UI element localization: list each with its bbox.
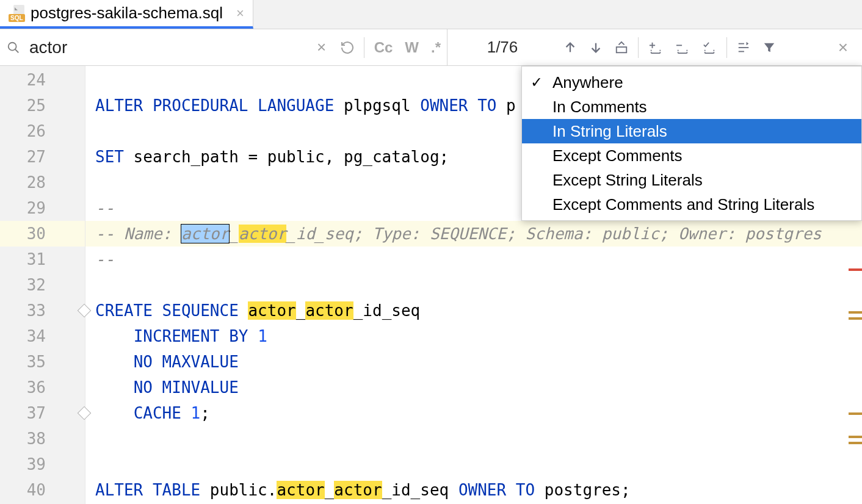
code-line: ALTER TABLE public.actor_actor_id_seq OW…: [85, 477, 862, 503]
filter-dropdown: ✓ Anywhere In Comments In String Literal…: [521, 66, 862, 221]
stripe-mark[interactable]: [849, 317, 862, 320]
filter-option-in-comments[interactable]: In Comments: [522, 95, 861, 119]
dropdown-item-label: Anywhere: [552, 73, 623, 92]
tab-title: postgres-sakila-schema.sql: [31, 4, 223, 23]
dropdown-item-label: Except Comments: [552, 146, 682, 165]
add-selection-icon[interactable]: [642, 41, 669, 54]
filter-option-except-string-literals[interactable]: Except String Literals: [522, 168, 861, 192]
line-number: 32: [0, 272, 85, 298]
search-scope-icon[interactable]: [731, 41, 756, 54]
search-actions: 1/76 ×: [447, 29, 862, 65]
clear-search-icon[interactable]: ×: [309, 29, 335, 65]
line-number: 27: [0, 144, 85, 170]
stripe-mark[interactable]: [849, 442, 862, 444]
line-number: 36: [0, 375, 85, 400]
history-icon[interactable]: [335, 29, 360, 65]
line-number: 38: [0, 426, 85, 452]
line-number: 33: [0, 298, 85, 323]
code-line: [85, 426, 862, 452]
sql-file-icon: SQL: [9, 5, 24, 22]
check-icon: ✓: [531, 74, 543, 91]
code-line: -- Name: actor_actor_id_seq; Type: SEQUE…: [85, 221, 862, 247]
code-line: CACHE 1;: [85, 400, 862, 426]
code-line: NO MINVALUE: [85, 375, 862, 400]
filter-option-except-comments-string-literals[interactable]: Except Comments and String Literals: [522, 192, 861, 217]
line-number: 24: [0, 67, 85, 93]
svg-point-0: [9, 42, 16, 50]
code-line: INCREMENT BY 1: [85, 323, 862, 349]
line-number: 26: [0, 118, 85, 144]
dropdown-item-label: In Comments: [552, 98, 647, 117]
stripe-mark[interactable]: [849, 412, 862, 415]
code-line: NO MAXVALUE: [85, 349, 862, 375]
stripe-mark[interactable]: [849, 268, 862, 271]
svg-line-1: [15, 49, 19, 52]
find-toolbar: × Cc W .* 1/76: [0, 29, 862, 66]
code-line: --: [85, 247, 862, 272]
filter-option-anywhere[interactable]: ✓ Anywhere: [522, 70, 861, 95]
code-line: CREATE SEQUENCE actor_actor_id_seq: [85, 298, 862, 323]
dropdown-item-label: Except String Literals: [552, 171, 703, 190]
line-number: 39: [0, 452, 85, 477]
tab-bar: SQL postgres-sakila-schema.sql ×: [0, 0, 862, 29]
editor-tab[interactable]: SQL postgres-sakila-schema.sql ×: [0, 0, 253, 29]
stripe-mark[interactable]: [849, 436, 862, 438]
search-input[interactable]: [27, 38, 309, 57]
svg-rect-4: [617, 47, 627, 52]
filter-option-except-comments[interactable]: Except Comments: [522, 143, 861, 168]
search-icon: [0, 41, 27, 54]
dropdown-item-label: In String Literals: [552, 122, 667, 141]
line-number: 28: [0, 170, 85, 195]
select-all-icon[interactable]: [609, 41, 634, 54]
close-tab-icon[interactable]: ×: [236, 5, 244, 21]
remove-selection-icon[interactable]: [669, 41, 696, 54]
filter-icon[interactable]: [756, 41, 782, 54]
select-all-occurrences-icon[interactable]: [696, 41, 723, 54]
match-counter: 1/76: [447, 38, 557, 57]
regex-toggle[interactable]: .*: [425, 39, 447, 56]
whole-words-toggle[interactable]: W: [399, 39, 425, 56]
line-number: 25: [0, 93, 85, 118]
line-number: 40: [0, 477, 85, 503]
line-number: 37: [0, 400, 85, 426]
code-line: [85, 272, 862, 298]
stripe-mark[interactable]: [849, 311, 862, 314]
line-number: 35: [0, 349, 85, 375]
line-number: 29: [0, 195, 85, 221]
code-line: [85, 452, 862, 477]
line-number: 31: [0, 247, 85, 272]
dropdown-item-label: Except Comments and String Literals: [552, 195, 814, 214]
line-number: 30: [0, 221, 85, 247]
close-search-icon[interactable]: ×: [830, 29, 856, 65]
match-case-toggle[interactable]: Cc: [368, 39, 399, 56]
next-match-icon[interactable]: [583, 41, 609, 54]
filter-option-in-string-literals[interactable]: In String Literals: [522, 119, 861, 143]
gutter: 24 25 26 27 28 29 30 31 32 33 34 35 36 3…: [0, 66, 85, 504]
search-section: × Cc W .*: [0, 29, 447, 65]
line-number: 34: [0, 323, 85, 349]
prev-match-icon[interactable]: [557, 41, 583, 54]
